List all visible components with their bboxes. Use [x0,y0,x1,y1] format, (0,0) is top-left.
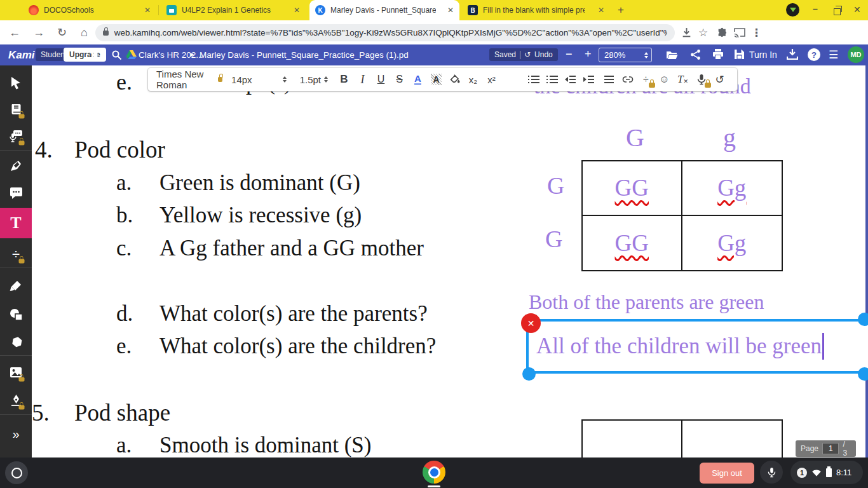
voice-comment-tool[interactable] [0,123,32,149]
text-annotation-box[interactable]: All of the children will be green [526,319,868,374]
scrollbar[interactable] [865,65,868,458]
equation-button[interactable]: ÷ [637,70,655,89]
line-height-button[interactable] [600,70,618,89]
punnett-cell-value[interactable]: Gg [717,174,746,201]
zoom-in-button[interactable]: + [585,48,592,61]
help-icon[interactable]: ? [808,48,820,61]
reset-button[interactable]: ↺ [710,70,729,89]
highlighter-tool[interactable] [0,153,32,179]
resize-handle-bottom-right[interactable] [858,367,868,381]
tab-close-icon[interactable]: ✕ [447,6,454,15]
undo-icon[interactable]: ↺ [524,50,531,59]
indent-button[interactable] [581,70,600,89]
equation-tool[interactable]: ÷ [0,241,32,267]
annotation-answer-d[interactable]: Both of the parents are green [529,290,764,314]
bullet-list-button[interactable] [545,70,563,89]
saved-undo-chip[interactable]: Saved ↺ Undo [489,48,558,61]
avatar[interactable]: MD [848,46,864,63]
comment-tool[interactable] [0,180,32,206]
drawing-tool[interactable] [0,273,32,299]
highlight-button[interactable]: A [427,70,445,89]
url-text[interactable]: web.kamihq.com/web/viewer.html?state=%7B… [114,28,667,37]
tab-docoschools[interactable]: DOCOSchools ✕ [23,0,156,20]
punnett-cell-value[interactable]: GG [615,229,649,257]
zoom-stepper-icon[interactable] [644,52,648,58]
reload-icon[interactable]: ↻ [57,20,67,44]
open-folder-icon[interactable] [666,50,678,62]
zoom-level-select[interactable]: 280% [599,48,652,62]
font-family-select[interactable]: Times New Roman [156,69,216,90]
undo-button[interactable]: Undo [534,50,553,59]
punnett-row-header[interactable]: G [545,225,562,253]
select-tool[interactable] [0,70,32,95]
punnett-cell-value[interactable]: GG [615,174,649,201]
signature-tool[interactable] [0,388,32,413]
new-tab-button[interactable]: + [618,4,624,17]
home-icon[interactable]: ⌂ [81,20,88,44]
download-page-icon[interactable] [681,20,692,44]
punnett-col-header[interactable]: g [723,123,736,152]
page-number-input[interactable]: 1 [822,443,839,454]
clear-format-button[interactable]: T ✕ [674,70,692,89]
share-icon[interactable] [690,49,701,63]
italic-button[interactable]: I [353,70,372,89]
tab-close-icon[interactable]: ✕ [294,6,300,15]
eraser-tool[interactable] [0,330,32,355]
chrome-app-icon[interactable] [423,461,445,484]
forward-icon[interactable]: → [33,20,44,44]
resize-handle-top-right[interactable] [858,313,868,326]
text-annotation-value[interactable]: All of the children will be green [529,334,822,359]
expand-sidebar-button[interactable]: » [0,421,32,447]
window-close-button[interactable]: ✕ [853,4,861,15]
text-tool-active[interactable]: T [0,208,32,238]
text-color-button[interactable]: A [409,70,427,89]
search-icon[interactable] [111,50,122,63]
sign-out-button[interactable]: Sign out [700,463,754,484]
dictation-button[interactable] [692,70,710,89]
browser-menu-icon[interactable]: ⋮ [751,20,762,44]
tab-genetics[interactable]: U4LP2 Explain 1 Genetics ✕ [161,0,306,20]
strikethrough-button[interactable]: S [390,70,409,89]
omnibox[interactable]: web.kamihq.com/web/viewer.html?state=%7B… [95,24,675,41]
shelf-mic-button[interactable] [760,461,783,484]
tab-close-icon[interactable]: ✕ [144,6,151,15]
tab-blooket[interactable]: B Fill in the blank with simple pres ✕ [462,0,610,20]
punnett-col-header[interactable]: G [626,123,644,152]
font-size-value[interactable]: 14px [231,74,252,85]
bookmark-star-icon[interactable]: ☆ [698,20,708,44]
image-tool[interactable] [0,360,32,385]
resize-handle-bottom-left[interactable] [522,367,536,381]
minimize-button[interactable]: – [813,4,818,14]
fill-color-button[interactable] [445,70,464,89]
numbered-list-button[interactable] [526,70,545,89]
shapes-tool[interactable] [0,302,32,327]
bold-button[interactable]: B [335,70,353,89]
line-spacing-value[interactable]: 1.5pt [300,74,321,85]
subscript-button[interactable]: x₂ [464,70,482,89]
extension-icon[interactable] [786,3,799,17]
extensions-puzzle-icon[interactable] [717,20,728,44]
punnett-row-header[interactable]: G [547,172,564,200]
delete-annotation-button[interactable]: ✕ [521,313,541,333]
punnett-cell-value[interactable]: Gg [717,229,746,257]
cast-icon[interactable] [734,20,745,44]
zoom-out-button[interactable]: − [566,48,573,61]
split-view-icon[interactable] [92,50,104,62]
line-spacing-stepper-icon[interactable] [324,76,328,83]
superscript-button[interactable]: x² [482,70,501,89]
font-size-stepper-icon[interactable] [283,76,287,83]
status-tray[interactable]: 1 8:11 [790,461,863,484]
dictionary-tool[interactable] [0,97,32,122]
print-icon[interactable] [712,49,724,62]
emoji-button[interactable]: ☺ [655,70,674,89]
tab-close-icon[interactable]: ✕ [598,6,604,15]
outdent-button[interactable] [563,70,581,89]
turn-in-button[interactable]: Turn In [734,49,777,60]
tab-kami-active[interactable]: K Marley Davis - Punnett_Square_F ✕ [309,0,459,20]
underline-button[interactable]: U [372,70,390,89]
link-button[interactable] [618,70,637,89]
restore-button[interactable] [834,6,841,18]
download-icon[interactable] [787,49,798,62]
back-icon[interactable]: ← [9,20,20,44]
launcher-button[interactable] [5,461,28,484]
